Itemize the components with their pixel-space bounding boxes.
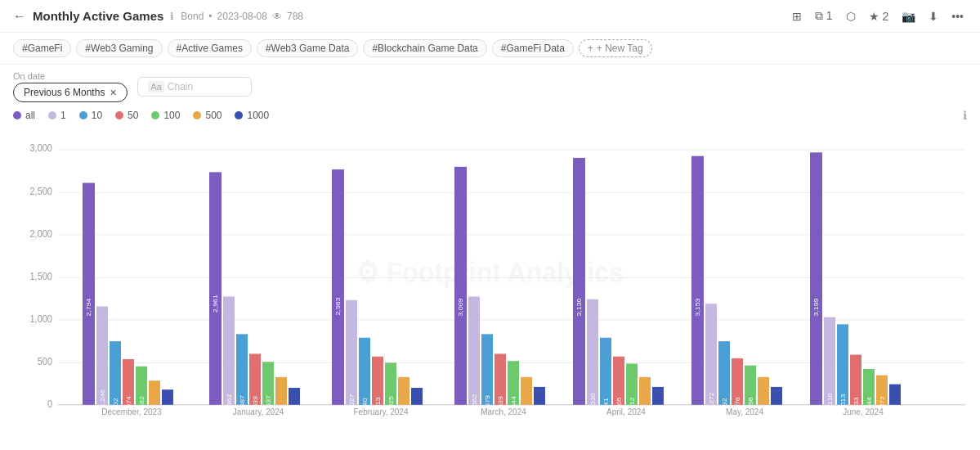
table-view-button[interactable]: ⊞ [789,7,805,26]
x-label-dec: December, 2023 [101,407,161,416]
bar-jun-1-label: 1,110 [826,393,834,411]
bar-mar-1 [468,296,480,404]
legend-label-50: 50 [128,110,138,121]
more-button[interactable]: ••• [948,7,967,26]
open-button[interactable]: ⬡ [843,7,859,26]
legend-dot-10 [79,111,87,119]
filters-row: On date Previous 6 Months ✕ Aa Chain [0,65,980,106]
legend-label-500: 500 [205,110,222,121]
date-filter-pill[interactable]: Previous 6 Months ✕ [13,83,128,102]
tag-blockchain-game-data[interactable]: #Blockchain Game Data [363,39,486,57]
meta-separator: • [208,11,212,22]
legend-label-10: 10 [92,110,102,121]
bar-mar-all [454,167,467,405]
bar-feb-500 [398,377,409,405]
bar-apr-1 [587,299,598,405]
header-right: ⊞ ⧉ 1 ⬡ ★ 2 📷 ⬇ ••• [789,6,967,26]
legend-dot-1000 [235,111,243,119]
x-label-mar: March, 2024 [481,407,526,416]
bar-jan-1000 [289,388,300,405]
y-label-1500: 1,500 [29,271,52,281]
page-title: Monthly Active Games [33,9,163,23]
legend-dot-500 [193,111,201,119]
legend-all: all [13,110,35,121]
author-name: Bond [181,11,204,22]
download-button[interactable]: ⬇ [925,7,942,26]
bar-apr-1-label: 1,330 [588,393,597,411]
back-button[interactable]: ← [13,9,26,24]
legend-and-info-row: all 1 10 50 100 500 1000 ℹ [0,106,980,122]
eye-icon: 👁 [272,11,282,22]
bar-jan-100-label: 537 [264,395,272,407]
bar-apr-all-label: 3,130 [575,298,583,316]
tag-web3gaming[interactable]: #Web3 Gaming [76,39,162,57]
date-filter-group: On date Previous 6 Months ✕ [13,71,128,102]
chain-placeholder: Chain [168,81,193,92]
bar-jan-all-label: 2,961 [211,295,219,313]
bar-jun-all [810,152,822,404]
y-label-1000: 1,000 [29,314,52,325]
bar-jan-500 [275,377,287,405]
tag-active-games[interactable]: #Active Games [168,39,252,57]
tag-gamefi[interactable]: #GameFi [13,39,71,57]
bar-feb-1000 [411,388,423,405]
y-label-3000: 3,000 [29,143,52,154]
info-icon[interactable]: ℹ [170,11,174,22]
legend-1: 1 [48,110,66,121]
bar-feb-1 [346,300,357,405]
bar-jun-10 [837,324,848,404]
legend-label-1000: 1000 [247,110,269,121]
header: ← Monthly Active Games ℹ Bond • 2023-08-… [0,0,980,33]
header-left: ← Monthly Active Games ℹ Bond • 2023-08-… [13,9,303,24]
x-label-feb: February, 2024 [353,407,408,416]
legend-100: 100 [151,110,180,121]
chart-info-icon[interactable]: ℹ [963,109,967,122]
y-label-500: 500 [38,356,52,367]
legend-1000: 1000 [235,110,269,121]
date-filter-value: Previous 6 Months [24,87,105,98]
legend-row: all 1 10 50 100 500 1000 [13,110,963,121]
bar-dec-1-label: 1,246 [98,389,106,407]
legend-label-100: 100 [163,110,180,121]
tag-web3-game-data[interactable]: #Web3 Game Data [257,39,359,57]
bar-jan-all [209,172,222,404]
chain-search-input[interactable]: Aa Chain [137,77,252,97]
x-label-apr: April, 2024 [606,407,646,416]
bar-jan-10 [236,334,248,404]
tag-gamefi-data[interactable]: #GameFi Data [492,39,574,57]
bar-feb-10 [359,338,370,405]
bar-may-all [691,156,704,405]
bar-jan-1 [223,296,235,404]
bar-may-1-label: 1,272 [707,392,715,410]
legend-500: 500 [193,110,222,121]
bar-jan-10-label: 887 [238,395,246,407]
bar-mar-1000 [534,387,545,405]
bar-feb-all [332,169,344,405]
camera-button[interactable]: 📷 [898,7,919,26]
legend-50: 50 [115,110,138,121]
y-label-2500: 2,500 [29,186,52,196]
bar-jun-1000 [889,385,901,405]
bar-mar-1-label: 1,362 [470,394,478,412]
y-label-0: 0 [47,399,52,410]
legend-10: 10 [79,110,102,121]
new-tag-button[interactable]: + + New Tag [579,39,652,57]
star-button[interactable]: ★ 2 [866,7,893,26]
plus-icon: + [588,43,593,54]
header-meta: Bond • 2023-08-08 👁 788 [181,11,303,22]
bar-may-500 [758,377,769,405]
bar-apr-1000 [652,387,664,405]
bar-jun-1 [824,317,835,405]
new-tag-label: + New Tag [597,43,643,54]
bar-feb-all-label: 2,983 [333,297,342,315]
duplicate-button[interactable]: ⧉ 1 [812,6,836,26]
bar-mar-all-label: 3,009 [456,298,464,316]
bar-chart: 0 500 1,000 1,500 2,000 2,500 3,000 ⚙ Fo… [13,130,967,416]
bar-apr-all [573,158,585,405]
close-date-filter-icon[interactable]: ✕ [110,88,117,98]
on-date-label: On date [13,71,128,81]
y-label-2000: 2,000 [29,229,52,240]
publish-date: 2023-08-08 [217,11,267,22]
bar-dec-all-label: 2,794 [84,298,92,316]
bar-jun-all-label: 3,199 [812,298,820,316]
